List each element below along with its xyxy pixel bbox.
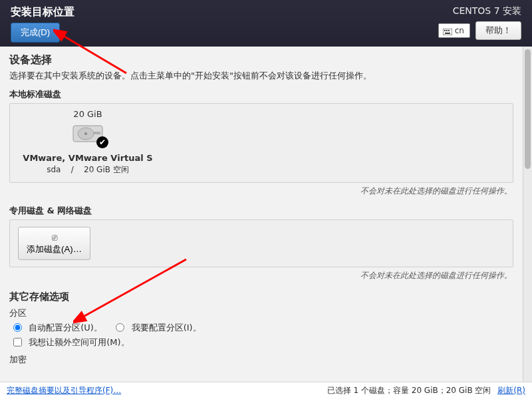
check-icon: ✔	[96, 136, 108, 148]
disk-capacity: 20 GiB	[18, 109, 158, 119]
disk-details: sda / 20 GiB 空闲	[18, 164, 158, 176]
auto-partition-label[interactable]: 自动配置分区(U)。	[29, 323, 102, 332]
selection-status: 已选择 1 个磁盘；容量 20 GiB；20 GiB 空闲	[327, 386, 491, 395]
svg-rect-0	[443, 29, 452, 35]
special-disks-hint: 不会对未在此处选择的磁盘进行任何操作。	[9, 270, 512, 281]
auto-partition-radio[interactable]	[13, 323, 22, 332]
disk-icon-wrap: ✔	[71, 122, 104, 146]
disk-model: VMware, VMware Virtual S	[18, 153, 158, 163]
main-content: 设备选择 选择要在其中安装系统的设备。点击主菜单中的"开始安装"按钮前不会对该设…	[0, 47, 523, 382]
svg-rect-3	[448, 30, 450, 31]
add-disk-label: 添加磁盘(A)…	[27, 244, 82, 254]
disk-free: 20 GiB 空闲	[84, 165, 129, 174]
special-disks-box: ⎚ 添加磁盘(A)…	[9, 219, 513, 267]
top-right-group: CENTOS 7 安装 cn 帮助！	[438, 5, 521, 40]
disk-item[interactable]: 20 GiB ✔ VMware, VMware Virtual S sda / …	[18, 109, 158, 176]
refresh-link[interactable]: 刷新(R)	[497, 386, 525, 395]
local-disks-hint: 不会对未在此处选择的磁盘进行任何操作。	[9, 186, 512, 197]
installer-label: CENTOS 7 安装	[438, 5, 521, 17]
disk-summary-link[interactable]: 完整磁盘摘要以及引导程序(F)…	[7, 386, 121, 395]
keyboard-layout-selector[interactable]: cn	[438, 23, 470, 38]
bottom-bar: 完整磁盘摘要以及引导程序(F)… 已选择 1 个磁盘；容量 20 GiB；20 …	[0, 382, 532, 399]
svg-rect-2	[446, 30, 448, 31]
bottom-status-group: 已选择 1 个磁盘；容量 20 GiB；20 GiB 空闲 刷新(R)	[327, 385, 525, 396]
svg-rect-4	[445, 33, 450, 34]
extra-space-checkbox[interactable]	[13, 338, 22, 346]
scrollbar[interactable]	[523, 47, 532, 382]
device-select-instruction: 选择要在其中安装系统的设备。点击主菜单中的"开始安装"按钮前不会对该设备进行任何…	[9, 70, 513, 82]
help-button[interactable]: 帮助！	[475, 21, 521, 40]
svg-rect-1	[444, 30, 446, 31]
disk-dev: sda	[47, 165, 61, 174]
svg-rect-8	[93, 132, 100, 134]
manual-partition-label[interactable]: 我要配置分区(I)。	[132, 323, 201, 332]
device-select-heading: 设备选择	[9, 53, 513, 67]
disk-sep: /	[71, 165, 74, 174]
local-disks-box: 20 GiB ✔ VMware, VMware Virtual S sda / …	[9, 103, 513, 183]
svg-point-7	[84, 132, 87, 135]
keyboard-icon	[443, 28, 452, 35]
top-bar: 安装目标位置 完成(D) CENTOS 7 安装 cn 帮助！	[0, 0, 532, 47]
add-disk-glyph-icon: ⎚	[27, 231, 82, 243]
manual-partition-radio[interactable]	[116, 323, 124, 332]
extra-space-label[interactable]: 我想让额外空间可用(M)。	[29, 337, 129, 347]
storage-options-heading: 其它存储选项	[9, 291, 513, 303]
add-disk-button[interactable]: ⎚ 添加磁盘(A)…	[18, 227, 90, 260]
local-disks-heading: 本地标准磁盘	[9, 88, 513, 100]
scrollbar-thumb[interactable]	[525, 49, 531, 169]
special-disks-heading: 专用磁盘 & 网络磁盘	[9, 205, 513, 217]
keyboard-layout-code: cn	[455, 26, 464, 35]
partitioning-label: 分区	[9, 307, 513, 319]
done-button[interactable]: 完成(D)	[11, 23, 60, 43]
encryption-label: 加密	[9, 354, 513, 366]
